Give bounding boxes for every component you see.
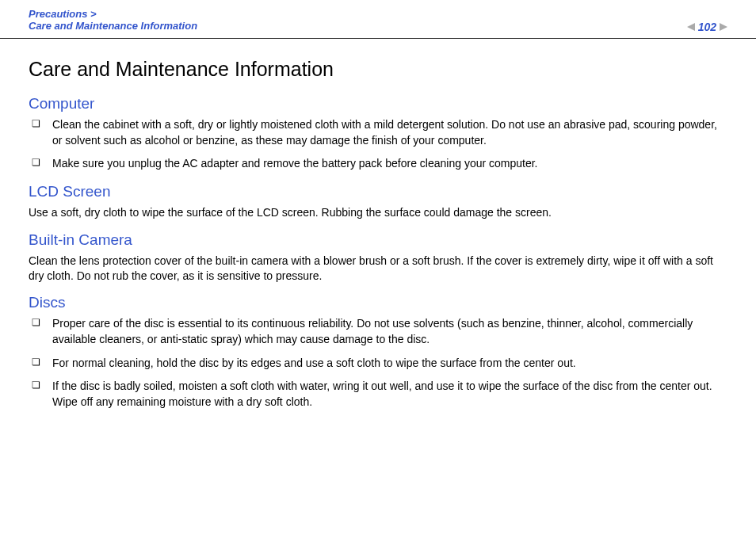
section-heading-computer: Computer — [29, 95, 727, 113]
computer-bullets: Clean the cabinet with a soft, dry or li… — [29, 117, 727, 172]
list-item: Clean the cabinet with a soft, dry or li… — [29, 117, 727, 148]
camera-text: Clean the lens protection cover of the b… — [29, 254, 727, 284]
page-content: Care and Maintenance Information Compute… — [0, 39, 756, 437]
list-item: Make sure you unplug the AC adapter and … — [29, 156, 727, 172]
next-page-icon[interactable] — [720, 23, 727, 31]
discs-bullets: Proper care of the disc is essential to … — [29, 316, 727, 410]
section-heading-discs: Discs — [29, 294, 727, 311]
breadcrumb-current[interactable]: Care and Maintenance Information — [29, 20, 727, 32]
list-item: For normal cleaning, hold the disc by it… — [29, 356, 727, 372]
page-number: 102 — [698, 21, 716, 33]
page-header: Precautions > Care and Maintenance Infor… — [0, 0, 756, 39]
list-item: Proper care of the disc is essential to … — [29, 316, 727, 347]
lcd-text: Use a soft, dry cloth to wipe the surfac… — [29, 205, 727, 220]
section-heading-lcd: LCD Screen — [29, 183, 727, 200]
page-title: Care and Maintenance Information — [29, 58, 727, 81]
breadcrumb-parent[interactable]: Precautions > — [29, 8, 727, 20]
prev-page-icon[interactable] — [687, 23, 695, 31]
section-heading-camera: Built-in Camera — [29, 231, 727, 249]
page-nav: 102 — [687, 21, 727, 33]
list-item: If the disc is badly soiled, moisten a s… — [29, 379, 727, 410]
